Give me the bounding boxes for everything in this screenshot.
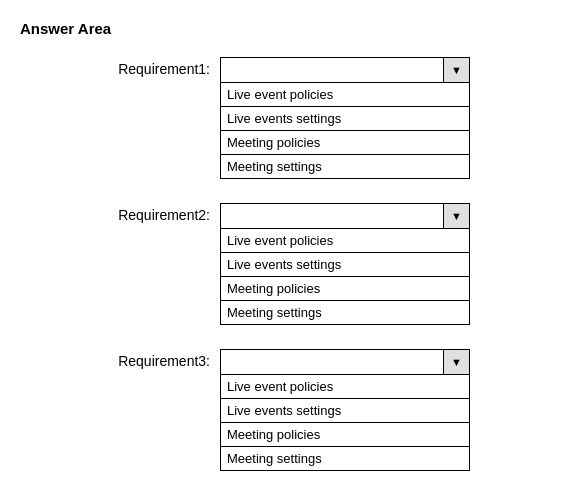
- requirement-row-1: Requirement1:▼Live event policiesLive ev…: [20, 57, 552, 179]
- dropdown-option-1-2[interactable]: Live events settings: [221, 107, 469, 131]
- dropdown-option-3-2[interactable]: Live events settings: [221, 399, 469, 423]
- requirement-row-2: Requirement2:▼Live event policiesLive ev…: [20, 203, 552, 325]
- answer-area-section: Answer Area Requirement1:▼Live event pol…: [20, 20, 552, 471]
- dropdown-options-1: Live event policiesLive events settingsM…: [220, 83, 470, 179]
- dropdown-option-1-1[interactable]: Live event policies: [221, 83, 469, 107]
- dropdown-option-2-4[interactable]: Meeting settings: [221, 301, 469, 324]
- dropdown-option-3-3[interactable]: Meeting policies: [221, 423, 469, 447]
- dropdown-header-3[interactable]: ▼: [220, 349, 470, 375]
- dropdown-header-1[interactable]: ▼: [220, 57, 470, 83]
- answer-area-title: Answer Area: [20, 20, 552, 37]
- dropdown-arrow-icon-2[interactable]: ▼: [443, 204, 469, 228]
- requirement-row-3: Requirement3:▼Live event policiesLive ev…: [20, 349, 552, 471]
- dropdown-option-2-1[interactable]: Live event policies: [221, 229, 469, 253]
- requirements-container: Requirement1:▼Live event policiesLive ev…: [20, 57, 552, 471]
- dropdown-option-2-3[interactable]: Meeting policies: [221, 277, 469, 301]
- dropdown-arrow-icon-3[interactable]: ▼: [443, 350, 469, 374]
- requirement-label-3: Requirement3:: [20, 349, 220, 369]
- dropdown-container-2: ▼Live event policiesLive events settings…: [220, 203, 470, 325]
- dropdown-options-2: Live event policiesLive events settingsM…: [220, 229, 470, 325]
- dropdown-container-3: ▼Live event policiesLive events settings…: [220, 349, 470, 471]
- dropdown-option-3-1[interactable]: Live event policies: [221, 375, 469, 399]
- requirement-label-2: Requirement2:: [20, 203, 220, 223]
- dropdown-header-2[interactable]: ▼: [220, 203, 470, 229]
- requirement-label-1: Requirement1:: [20, 57, 220, 77]
- dropdown-option-1-3[interactable]: Meeting policies: [221, 131, 469, 155]
- dropdown-option-3-4[interactable]: Meeting settings: [221, 447, 469, 470]
- dropdown-options-3: Live event policiesLive events settingsM…: [220, 375, 470, 471]
- dropdown-option-2-2[interactable]: Live events settings: [221, 253, 469, 277]
- dropdown-container-1: ▼Live event policiesLive events settings…: [220, 57, 470, 179]
- dropdown-option-1-4[interactable]: Meeting settings: [221, 155, 469, 178]
- dropdown-arrow-icon-1[interactable]: ▼: [443, 58, 469, 82]
